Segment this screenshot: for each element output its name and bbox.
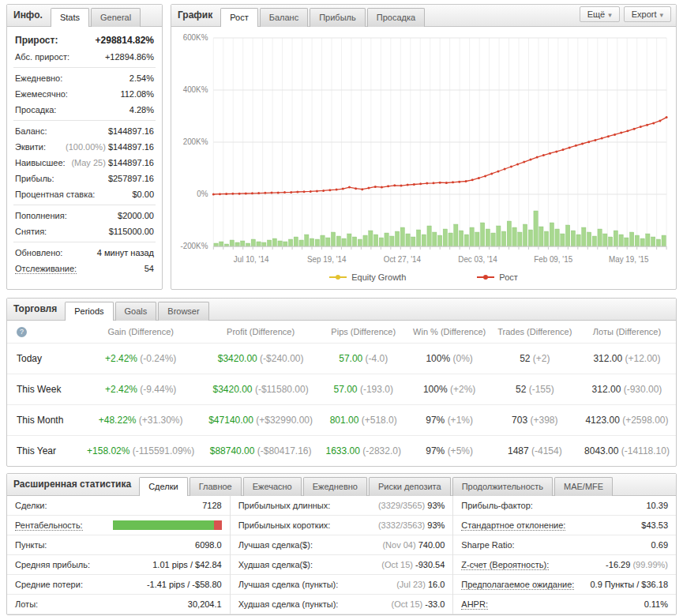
updated-value: 4 минут назад bbox=[97, 248, 154, 257]
svg-text:Feb 09, '15: Feb 09, '15 bbox=[534, 255, 572, 264]
info-panel-title: Инфо. bbox=[12, 9, 49, 26]
gain-value: +298814.82% bbox=[96, 35, 154, 46]
profitability-bar bbox=[113, 520, 222, 530]
gain-cell: +158.02% (-115591.09%) bbox=[80, 436, 201, 467]
tab-mae-mfe[interactable]: MAE/MFE bbox=[554, 477, 613, 496]
tab-browser[interactable]: Browser bbox=[158, 302, 208, 321]
equity-growth-marker-icon bbox=[329, 276, 347, 278]
growth-marker-icon bbox=[477, 276, 494, 278]
drawdown-value: 4.28% bbox=[129, 105, 154, 115]
trades-cell: 1487 (-4154) bbox=[492, 436, 578, 467]
stat-value: $43.53 bbox=[641, 520, 668, 530]
export-button[interactable]: Export▾ bbox=[624, 6, 671, 22]
stat-label: Худшая сделка (пункты): bbox=[238, 599, 339, 609]
daily-value: 2.54% bbox=[129, 73, 154, 83]
chart-header-actions: Ещё▾ Export▾ bbox=[580, 6, 671, 25]
profit-cell: $88740.00 (-$80417.16) bbox=[201, 436, 320, 467]
stat-row-pips: Пункты: 6098.0 bbox=[7, 535, 230, 555]
stats-body: Сделки: 7128 Рентабельность: Пункты: 609… bbox=[7, 496, 676, 614]
lots-cell: 8043.00 (-14118.10) bbox=[578, 436, 676, 467]
svg-text:600K%: 600K% bbox=[183, 33, 208, 42]
info-row-balance: Баланс: $144897.16 bbox=[13, 123, 156, 139]
highest-label: Наивысшее: bbox=[15, 158, 66, 167]
stat-value: (Oct 15) -33.0 bbox=[391, 599, 445, 609]
period-label: This Month bbox=[7, 405, 80, 436]
stat-row-short-wins: Прибыльных коротких: (3332/3563) 93% bbox=[231, 516, 453, 535]
deposits-value: $2000.00 bbox=[118, 211, 154, 220]
table-row-this-week: This Week +2.42% (-9.44%) $3420.00 (-$11… bbox=[7, 374, 676, 405]
tab-goals[interactable]: Goals bbox=[115, 302, 157, 321]
svg-text:May 19, '15: May 19, '15 bbox=[609, 255, 649, 264]
tab-balance[interactable]: Баланс bbox=[260, 8, 308, 27]
info-body: Прирост: +298814.82% Абс. прирост: +1289… bbox=[7, 27, 162, 280]
tab-profit[interactable]: Прибыль bbox=[310, 8, 366, 27]
tab-risk[interactable]: Риски депозита bbox=[369, 477, 451, 496]
more-button[interactable]: Ещё▾ bbox=[580, 6, 620, 22]
info-row-monthly: Ежемесячно: 112.08% bbox=[13, 86, 156, 102]
legend-equity-growth[interactable]: Equity Growth bbox=[329, 272, 406, 282]
profit-label: Прибыль: bbox=[15, 174, 54, 183]
divider bbox=[13, 205, 156, 205]
trades-cell: 703 (+398) bbox=[492, 405, 578, 436]
tab-growth[interactable]: Рост bbox=[220, 8, 258, 27]
updated-label: Обновлено: bbox=[15, 248, 62, 257]
lots-cell: 4123.00 (+2598.00) bbox=[578, 405, 676, 436]
help-icon[interactable]: ? bbox=[17, 327, 27, 337]
divider bbox=[13, 120, 156, 121]
stat-row-lots: Лоты: 30,204.1 bbox=[7, 595, 230, 614]
equity-amount: $144897.16 bbox=[108, 142, 154, 152]
tab-stats[interactable]: Stats bbox=[51, 8, 89, 27]
info-row-highest: Наивысшее: (May 25) $144897.16 bbox=[13, 155, 156, 171]
stat-label: Лоты: bbox=[15, 599, 38, 609]
win-cell: 100% (0%) bbox=[407, 344, 492, 374]
stat-label: Сделки: bbox=[15, 501, 47, 510]
stat-row-z-score: Z-счет (Вероятность): -16.29 (99.99%) bbox=[453, 555, 676, 575]
legend-equity-growth-label: Equity Growth bbox=[351, 272, 406, 282]
daily-label: Ежедневно: bbox=[15, 73, 62, 83]
info-row-drawdown: Просадка: 4.28% bbox=[13, 102, 156, 118]
column-header-profit: Profit (Difference) bbox=[201, 321, 320, 344]
stat-label[interactable]: AHPR: bbox=[461, 599, 488, 610]
tab-duration[interactable]: Продолжительность bbox=[452, 477, 553, 496]
tab-drawdown[interactable]: Просадка bbox=[367, 8, 425, 27]
chevron-down-icon: ▾ bbox=[608, 11, 612, 19]
periods-table: ? Gain (Difference) Profit (Difference) … bbox=[7, 321, 676, 466]
win-cell: 97% (+1%) bbox=[407, 405, 492, 436]
tab-trades[interactable]: Сделки bbox=[139, 477, 188, 496]
stats-column-left: Сделки: 7128 Рентабельность: Пункты: 609… bbox=[7, 496, 230, 614]
profit-cell: $3420.00 (-$11580.00) bbox=[201, 374, 320, 405]
stat-label[interactable]: Предполагаемое ожидание: bbox=[461, 580, 574, 590]
tab-general-stats[interactable]: Главное bbox=[190, 477, 242, 496]
svg-text:Sep 19, '14: Sep 19, '14 bbox=[307, 255, 347, 264]
drawdown-label: Просадка: bbox=[15, 105, 56, 115]
balance-label: Баланс: bbox=[15, 126, 47, 136]
highest-date: (May 25) bbox=[71, 158, 105, 167]
stat-label: Sharpe Ratio: bbox=[461, 540, 514, 550]
profit-cell: $3420.00 (-$240.00) bbox=[201, 344, 320, 374]
stat-label[interactable]: Рентабельность: bbox=[15, 520, 83, 531]
interest-label: Процентная ставка: bbox=[15, 190, 95, 199]
stat-row-trades: Сделки: 7128 bbox=[7, 496, 230, 516]
tab-daily[interactable]: Ежедневно bbox=[303, 477, 367, 496]
stat-row-expectancy: Предполагаемое ожидание: 0.9 Пункты / $3… bbox=[453, 575, 676, 595]
win-cell: 97% (+5%) bbox=[407, 436, 492, 467]
tab-periods[interactable]: Periods bbox=[65, 302, 113, 321]
stat-label[interactable]: Z-счет (Вероятность): bbox=[461, 560, 549, 570]
gain-cell: +2.42% (-9.44%) bbox=[80, 374, 201, 405]
legend-growth[interactable]: Рост bbox=[477, 272, 518, 282]
stat-label: Средние потери: bbox=[15, 580, 83, 589]
extended-stats-panel: Расширенная статистика Сделки Главное Еж… bbox=[6, 473, 677, 615]
stats-tabs: Сделки Главное Ежечасно Ежедневно Риски … bbox=[139, 476, 613, 495]
tab-general[interactable]: General bbox=[91, 8, 141, 27]
equity-label: Эквити: bbox=[15, 142, 46, 152]
tracking-label[interactable]: Отслеживание: bbox=[15, 264, 77, 274]
gain-cell: +2.42% (-0.24%) bbox=[80, 344, 201, 374]
stat-row-long-wins: Прибыльных длинных: (3329/3565) 93% bbox=[231, 496, 453, 516]
interest-value: $0.00 bbox=[132, 190, 154, 199]
stat-label: Лучшая сделка($): bbox=[238, 540, 313, 550]
stat-label[interactable]: Стандартное отклонение: bbox=[461, 520, 565, 531]
stat-row-best-trade-usd: Лучшая сделка($): (Nov 04) 740.00 bbox=[231, 535, 453, 555]
stat-value: 0.11% bbox=[644, 599, 668, 609]
legend-growth-label: Рост bbox=[499, 272, 518, 282]
tab-hourly[interactable]: Ежечасно bbox=[243, 477, 302, 496]
